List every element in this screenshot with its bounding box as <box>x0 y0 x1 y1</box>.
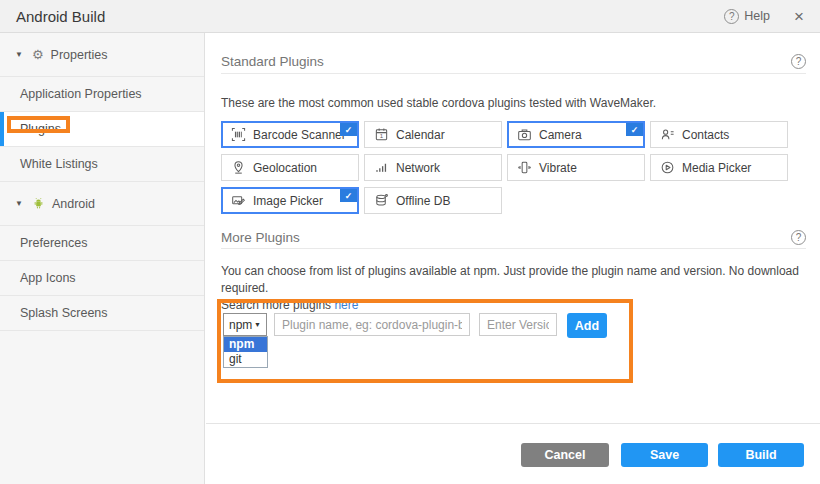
plugin-version-input[interactable] <box>479 313 557 336</box>
sidebar-item-label: App Icons <box>20 271 76 285</box>
plugin-card-media-picker[interactable]: Media Picker <box>650 154 788 181</box>
sidebar-item-label: Android <box>52 197 95 211</box>
source-select[interactable]: npm ▼ <box>223 313 267 336</box>
sidebar: ▼ ⚙ Properties Application Properties Pl… <box>0 33 205 484</box>
sidebar-item-label: White Listings <box>20 157 98 171</box>
plugin-label: Calendar <box>396 128 445 142</box>
section-help-icon[interactable]: ? <box>791 230 806 245</box>
plugin-label: Image Picker <box>253 194 323 208</box>
plugin-card-geolocation[interactable]: Geolocation <box>221 154 359 181</box>
plugin-label: Geolocation <box>253 161 317 175</box>
dialog-header: Android Build ? Help × <box>0 0 820 33</box>
section-title: More Plugins <box>221 230 300 245</box>
caret-down-icon: ▼ <box>15 50 23 59</box>
media-picker-icon <box>660 160 682 175</box>
section-divider <box>221 248 806 249</box>
search-more-text: Search more plugins <box>221 298 334 312</box>
plugin-card-calendar[interactable]: 1 Calendar <box>364 121 502 148</box>
plugin-label: Offline DB <box>396 194 450 208</box>
more-plugins-header: More Plugins ? <box>221 229 806 245</box>
help-label: Help <box>744 9 770 23</box>
plugin-label: Media Picker <box>682 161 751 175</box>
plugin-card-vibrate[interactable]: Vibrate <box>507 154 645 181</box>
source-select-dropdown: npm git <box>223 336 268 368</box>
network-icon <box>374 160 396 175</box>
plugin-card-barcode-scanner[interactable]: Barcode Scanner ✓ <box>221 121 359 148</box>
sidebar-item-plugins[interactable]: Plugins <box>0 112 204 147</box>
checkmark-icon: ✓ <box>340 189 357 202</box>
plugin-grid: Barcode Scanner ✓ 1 Calendar Came <box>221 121 788 214</box>
plugin-name-input[interactable] <box>274 313 470 336</box>
contacts-icon <box>660 127 682 142</box>
section-divider <box>221 73 806 74</box>
sidebar-item-white-listings[interactable]: White Listings <box>0 147 204 182</box>
sidebar-item-label: Splash Screens <box>20 306 108 320</box>
plugin-card-contacts[interactable]: Contacts <box>650 121 788 148</box>
search-here-link[interactable]: here <box>334 298 358 312</box>
section-title: Standard Plugins <box>221 54 324 69</box>
selected-indicator <box>0 112 4 146</box>
close-icon[interactable]: × <box>794 8 804 25</box>
sidebar-item-label: Plugins <box>20 122 61 136</box>
sidebar-item-label: Properties <box>51 48 108 62</box>
save-button[interactable]: Save <box>621 443 708 467</box>
plugin-label: Camera <box>539 128 582 142</box>
page-title: Android Build <box>16 8 105 25</box>
dropdown-option-npm[interactable]: npm <box>224 337 267 352</box>
plugin-card-image-picker[interactable]: Image Picker ✓ <box>221 187 359 214</box>
android-icon <box>32 197 45 210</box>
dropdown-option-git[interactable]: git <box>224 352 267 367</box>
source-select-value: npm <box>229 318 252 332</box>
sidebar-item-label: Preferences <box>20 236 87 250</box>
vibrate-icon <box>517 160 539 175</box>
chevron-down-icon: ▼ <box>254 321 261 328</box>
offline-db-icon <box>374 193 396 208</box>
caret-down-icon: ▼ <box>15 199 23 208</box>
description-text: You can choose from list of plugins avai… <box>221 264 799 295</box>
plugin-card-offline-db[interactable]: Offline DB <box>364 187 502 214</box>
plugin-label: Contacts <box>682 128 729 142</box>
cancel-button[interactable]: Cancel <box>521 443 609 467</box>
plugin-card-camera[interactable]: Camera ✓ <box>507 121 645 148</box>
standard-plugins-description: These are the most common used stable co… <box>221 95 656 112</box>
camera-icon <box>517 127 539 142</box>
sidebar-item-preferences[interactable]: Preferences <box>0 226 204 261</box>
image-picker-icon <box>231 193 253 208</box>
help-button[interactable]: ? Help <box>724 9 770 24</box>
plugin-label: Barcode Scanner <box>253 128 346 142</box>
plugin-label: Network <box>396 161 440 175</box>
checkmark-icon: ✓ <box>626 123 643 136</box>
sidebar-item-splash-screens[interactable]: Splash Screens <box>0 296 204 331</box>
add-button[interactable]: Add <box>567 313 607 338</box>
more-plugins-description: You can choose from list of plugins avai… <box>221 263 806 314</box>
sidebar-item-app-icons[interactable]: App Icons <box>0 261 204 296</box>
plugin-card-network[interactable]: Network <box>364 154 502 181</box>
build-button[interactable]: Build <box>718 443 804 467</box>
sidebar-item-label: Application Properties <box>20 87 142 101</box>
sidebar-item-properties[interactable]: ▼ ⚙ Properties <box>0 33 204 77</box>
barcode-scanner-icon <box>231 127 253 142</box>
checkmark-icon: ✓ <box>340 123 357 136</box>
help-icon: ? <box>724 9 739 24</box>
gear-icon: ⚙ <box>32 48 44 61</box>
standard-plugins-header: Standard Plugins ? <box>221 53 806 69</box>
sidebar-item-android[interactable]: ▼ Android <box>0 182 204 226</box>
add-plugin-controls: npm ▼ Add <box>223 313 607 338</box>
plugin-label: Vibrate <box>539 161 577 175</box>
section-help-icon[interactable]: ? <box>791 54 806 69</box>
calendar-icon: 1 <box>374 127 396 142</box>
footer-divider <box>206 423 820 424</box>
main-content: Standard Plugins ? These are the most co… <box>206 33 820 484</box>
sidebar-item-application-properties[interactable]: Application Properties <box>0 77 204 112</box>
geolocation-icon <box>231 160 253 175</box>
